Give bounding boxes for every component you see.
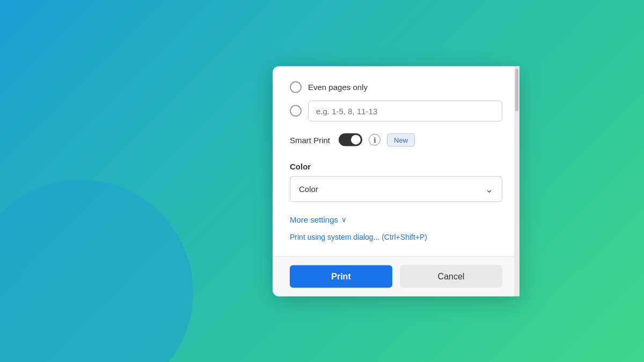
- smart-print-toggle[interactable]: [339, 134, 362, 146]
- more-settings-label: More settings: [290, 215, 338, 224]
- custom-range-radio[interactable]: [290, 105, 302, 117]
- cancel-button[interactable]: Cancel: [400, 265, 502, 287]
- dialog-body: Even pages only Smart Print ℹ New: [273, 66, 519, 256]
- print-dialog: Even pages only Smart Print ℹ New: [273, 66, 519, 296]
- dialog-footer: Print Cancel: [273, 256, 519, 296]
- custom-range-input[interactable]: [308, 100, 502, 121]
- dialog-wrapper: Even pages only Smart Print ℹ New: [273, 66, 519, 296]
- color-dropdown-value: Color: [299, 184, 318, 194]
- scrollbar[interactable]: [514, 66, 519, 296]
- new-badge[interactable]: New: [387, 133, 415, 146]
- color-section: Color Color ⌄: [290, 161, 502, 202]
- color-dropdown[interactable]: Color ⌄: [290, 176, 502, 202]
- even-pages-radio[interactable]: [290, 81, 302, 93]
- dialog-container: Even pages only Smart Print ℹ New: [273, 66, 519, 296]
- even-pages-row: Even pages only: [290, 81, 502, 93]
- system-dialog-link[interactable]: Print using system dialog... (Ctrl+Shift…: [290, 232, 502, 241]
- more-settings-row: More settings ∨: [290, 215, 502, 224]
- custom-range-row: [290, 100, 502, 121]
- color-section-label: Color: [290, 161, 502, 171]
- toggle-knob: [351, 135, 361, 145]
- info-icon[interactable]: ℹ: [369, 134, 380, 146]
- more-settings-chevron-icon: ∨: [341, 215, 347, 223]
- more-settings-link[interactable]: More settings ∨: [290, 215, 502, 224]
- smart-print-row: Smart Print ℹ New: [290, 133, 502, 146]
- smart-print-label: Smart Print: [290, 135, 330, 144]
- scrollbar-thumb: [515, 68, 518, 111]
- print-button[interactable]: Print: [290, 265, 392, 287]
- even-pages-label: Even pages only: [308, 83, 368, 92]
- chevron-down-icon: ⌄: [485, 183, 493, 195]
